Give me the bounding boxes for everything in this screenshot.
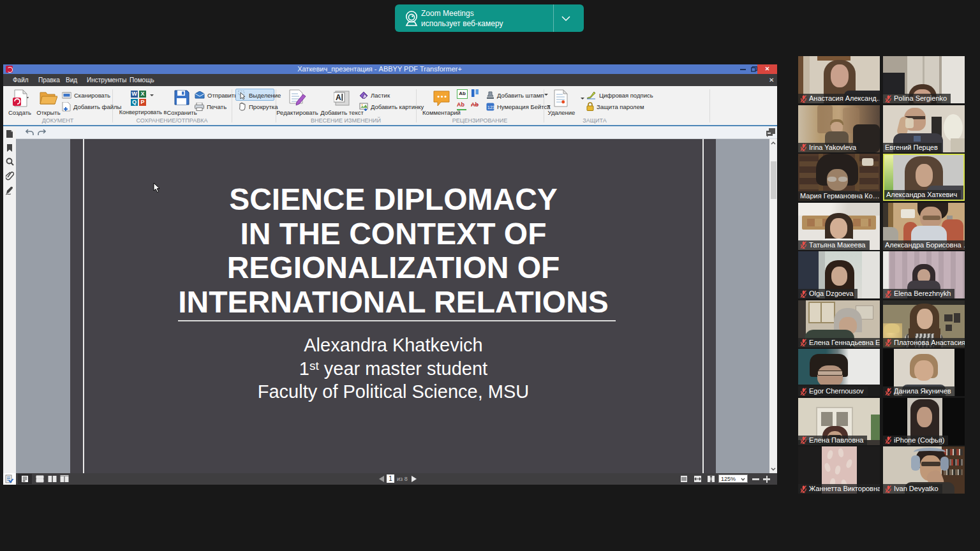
svg-text:A: A xyxy=(336,93,341,102)
svg-text:123: 123 xyxy=(487,105,494,109)
